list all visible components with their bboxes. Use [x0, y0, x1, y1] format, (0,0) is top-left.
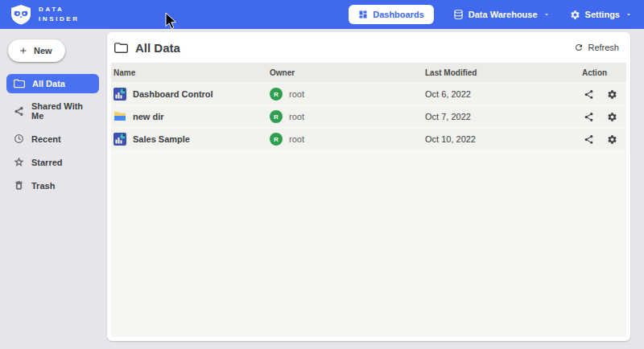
cell-last-modified: Oct 6, 2022 [425, 89, 582, 99]
brand: DATA INSIDER [10, 4, 80, 25]
sidebar-item-label: Shared With Me [31, 101, 92, 121]
chevron-down-icon [543, 10, 551, 18]
cell-name: new dir [114, 110, 270, 123]
sidebar-item-shared-with-me[interactable]: Shared With Me [6, 96, 99, 125]
data-warehouse-menu[interactable]: Data Warehouse [453, 9, 551, 20]
dashboard-file-icon [114, 88, 126, 101]
owner-avatar: R [270, 133, 283, 146]
sidebar-item-label: Trash [31, 181, 55, 191]
cell-name: Dashboard Control [114, 88, 270, 101]
share-button[interactable] [584, 112, 594, 122]
column-header-action: Action [582, 68, 626, 77]
brand-text: DATA INSIDER [39, 5, 80, 23]
file-name: Sales Sample [133, 134, 190, 144]
refresh-label: Refresh [588, 43, 619, 52]
refresh-icon [574, 43, 584, 52]
dashboard-grid-icon [358, 10, 368, 19]
settings-label: Settings [585, 10, 620, 19]
column-header-name: Name [114, 68, 270, 77]
cell-owner: R root [270, 110, 425, 123]
star-icon [14, 157, 24, 167]
refresh-button[interactable]: Refresh [574, 43, 619, 52]
chevron-down-icon [625, 10, 633, 18]
cell-last-modified: Oct 10, 2022 [425, 134, 582, 144]
table-row[interactable]: Dashboard Control R root Oct 6, 2022 [111, 84, 626, 105]
share-people-icon [14, 106, 24, 117]
sidebar-item-trash[interactable]: Trash [6, 175, 99, 195]
settings-gear-button[interactable] [607, 112, 617, 122]
table-row[interactable]: Sales Sample R root Oct 10, 2022 [111, 129, 626, 150]
sidebar-item-label: Recent [31, 134, 61, 144]
trash-icon [14, 180, 24, 191]
content-header: All Data Refresh [107, 32, 630, 63]
navbar-right: Dashboards Data Warehouse Settings [349, 5, 633, 24]
clock-icon [14, 133, 24, 144]
folder-icon [114, 42, 128, 54]
plus-icon [19, 46, 28, 55]
cell-owner: R root [270, 88, 425, 101]
file-name: new dir [133, 112, 164, 121]
page-title-text: All Data [135, 41, 180, 55]
owner-name: root [289, 89, 304, 99]
owner-avatar: R [270, 110, 283, 123]
sidebar-item-starred[interactable]: Starred [6, 152, 99, 172]
table-row[interactable]: new dir R root Oct 7, 2022 [111, 106, 626, 127]
cell-action [582, 89, 626, 100]
sidebar-item-recent[interactable]: Recent [6, 129, 99, 149]
settings-gear-button[interactable] [607, 89, 617, 100]
folder-icon [14, 79, 25, 88]
data-table: Name Owner Last Modified Action Dashboar… [111, 63, 626, 337]
new-button[interactable]: New [8, 39, 65, 62]
share-button[interactable] [584, 134, 594, 145]
owner-name: root [289, 112, 304, 121]
main-content-card: All Data Refresh Name Owner Last Modifie… [107, 32, 630, 341]
cell-last-modified: Oct 7, 2022 [425, 112, 582, 121]
column-header-last-modified: Last Modified [425, 68, 582, 77]
data-warehouse-label: Data Warehouse [469, 10, 538, 19]
sidebar-item-label: All Data [32, 79, 65, 88]
file-name: Dashboard Control [133, 89, 213, 99]
sidebar-item-all-data[interactable]: All Data [6, 74, 99, 93]
folder-file-icon [114, 110, 126, 123]
dashboards-button[interactable]: Dashboards [349, 5, 434, 24]
gear-icon [570, 10, 580, 20]
cell-name: Sales Sample [114, 133, 270, 146]
cell-owner: R root [270, 133, 425, 146]
table-body: Dashboard Control R root Oct 6, 2022 [111, 84, 626, 150]
cell-action [582, 112, 626, 122]
settings-gear-button[interactable] [607, 134, 617, 145]
column-header-owner: Owner [270, 68, 425, 77]
sidebar: New All Data Shared With Me Recent [0, 29, 105, 349]
share-button[interactable] [584, 89, 594, 100]
owl-logo-icon [10, 4, 32, 25]
table-header-row: Name Owner Last Modified Action [111, 63, 626, 82]
cell-action [582, 134, 626, 145]
top-navbar: DATA INSIDER Dashboards Data Warehouse [0, 0, 644, 29]
page-title: All Data [114, 41, 180, 55]
owner-name: root [289, 134, 304, 144]
owner-avatar: R [270, 88, 283, 101]
sidebar-item-label: Starred [31, 158, 63, 167]
database-icon [453, 9, 464, 20]
dashboard-file-icon [114, 133, 126, 146]
new-button-label: New [34, 46, 52, 55]
dashboards-label: Dashboards [373, 10, 424, 19]
settings-menu[interactable]: Settings [570, 10, 633, 20]
